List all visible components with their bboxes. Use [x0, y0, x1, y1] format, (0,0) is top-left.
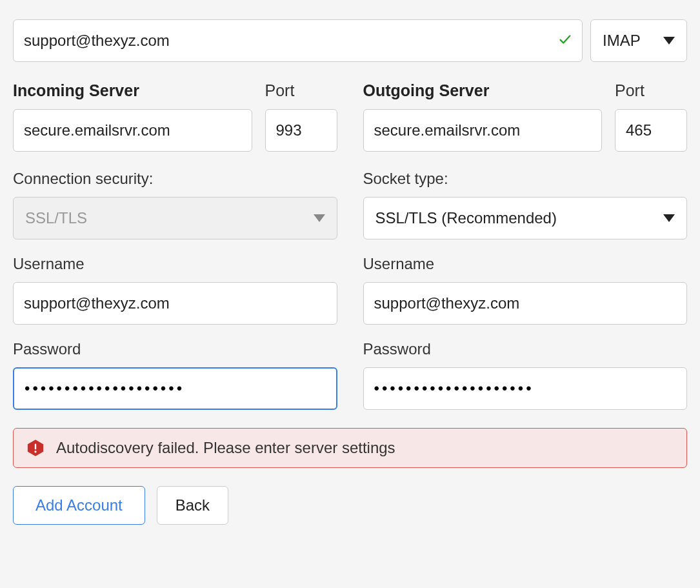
- email-field[interactable]: [13, 19, 583, 62]
- error-message: Autodiscovery failed. Please enter serve…: [56, 439, 395, 457]
- outgoing-server-input[interactable]: [363, 109, 603, 152]
- back-button[interactable]: Back: [157, 486, 228, 525]
- protocol-value: IMAP: [603, 32, 641, 50]
- account-header-row: IMAP: [13, 19, 687, 62]
- outgoing-column: Outgoing Server Port Socket type: SSL/TL…: [363, 81, 688, 410]
- svg-point-2: [34, 451, 36, 452]
- chevron-down-icon: [663, 214, 675, 222]
- svg-rect-1: [35, 444, 36, 450]
- connection-security-label: Connection security:: [13, 170, 337, 188]
- alert-icon: [26, 439, 45, 457]
- socket-type-label: Socket type:: [363, 170, 688, 188]
- incoming-server-label: Incoming Server: [13, 81, 252, 100]
- incoming-port-label: Port: [265, 81, 337, 100]
- incoming-password-label: Password: [13, 340, 337, 358]
- error-banner: Autodiscovery failed. Please enter serve…: [13, 428, 687, 468]
- outgoing-password-label: Password: [363, 340, 688, 358]
- outgoing-port-label: Port: [615, 81, 687, 100]
- incoming-username-input[interactable]: [13, 282, 337, 325]
- incoming-password-input[interactable]: [13, 367, 337, 410]
- incoming-username-label: Username: [13, 255, 337, 273]
- outgoing-username-label: Username: [363, 255, 688, 273]
- outgoing-username-input[interactable]: [363, 282, 688, 325]
- incoming-port-input[interactable]: [265, 109, 337, 152]
- outgoing-header-row: Outgoing Server Port: [363, 81, 688, 100]
- button-row: Add Account Back: [13, 486, 687, 525]
- incoming-server-row: [13, 109, 337, 152]
- outgoing-server-row: [363, 109, 688, 152]
- socket-type-select[interactable]: SSL/TLS (Recommended): [363, 197, 688, 239]
- chevron-down-icon: [663, 37, 675, 45]
- chevron-down-icon: [314, 214, 325, 222]
- outgoing-port-input[interactable]: [615, 109, 687, 152]
- outgoing-password-input[interactable]: [363, 367, 688, 410]
- incoming-column: Incoming Server Port Connection security…: [13, 81, 337, 410]
- connection-security-value: SSL/TLS: [25, 209, 87, 227]
- outgoing-server-label: Outgoing Server: [363, 81, 603, 100]
- socket-type-value: SSL/TLS (Recommended): [375, 209, 557, 227]
- server-settings-columns: Incoming Server Port Connection security…: [13, 81, 687, 410]
- add-account-button[interactable]: Add Account: [13, 486, 145, 525]
- incoming-header-row: Incoming Server Port: [13, 81, 337, 100]
- incoming-server-input[interactable]: [13, 109, 252, 152]
- connection-security-select: SSL/TLS: [13, 197, 337, 239]
- email-field-wrap: [13, 19, 583, 62]
- protocol-select[interactable]: IMAP: [590, 19, 687, 62]
